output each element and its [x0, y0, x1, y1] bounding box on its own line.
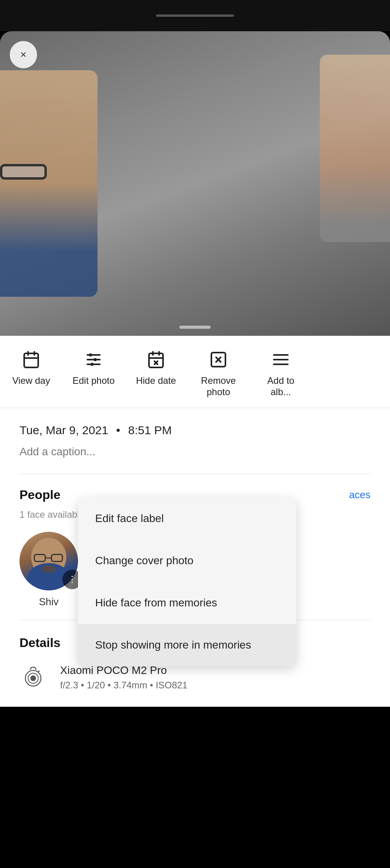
date-time: Tue, Mar 9, 2021 • 8:51 PM	[20, 424, 370, 437]
menu-item-change-cover[interactable]: Change cover photo	[78, 540, 296, 582]
menu-item-edit-face-label[interactable]: Edit face label	[78, 497, 296, 540]
action-hide-date[interactable]: Hide date	[125, 349, 187, 387]
svg-point-8	[94, 358, 97, 361]
details-row: Xiaomi POCO M2 Pro f/2.3 • 1/20 • 3.74mm…	[20, 664, 370, 691]
person-card-shiv[interactable]: ⋮ Shiv	[20, 532, 78, 608]
context-menu: Edit face label Change cover photo Hide …	[78, 497, 296, 666]
svg-point-9	[90, 363, 94, 366]
close-button[interactable]: ×	[10, 41, 37, 68]
calendar-icon	[21, 349, 41, 370]
glasses-element	[0, 164, 47, 180]
people-section: People aces 1 face available to	[0, 474, 390, 620]
svg-point-27	[41, 565, 57, 573]
status-bar	[0, 0, 390, 31]
details-text: Xiaomi POCO M2 Pro f/2.3 • 1/20 • 3.74mm…	[60, 664, 188, 691]
action-remove-photo-label: Removephoto	[201, 375, 236, 398]
manage-faces-link[interactable]: aces	[349, 489, 370, 501]
action-view-day[interactable]: View day	[0, 349, 62, 387]
sliders-icon	[83, 349, 104, 370]
dot-separator: •	[116, 424, 121, 437]
action-edit-photo[interactable]: Edit photo	[62, 349, 125, 387]
close-icon: ×	[20, 48, 27, 61]
photo-face-right	[320, 55, 390, 242]
caption-input[interactable]	[20, 446, 370, 458]
action-hide-date-label: Hide date	[136, 375, 176, 387]
calendar-x-icon	[146, 349, 166, 370]
camera-icon	[20, 664, 47, 691]
menu-lines-icon	[271, 349, 291, 370]
bottom-sheet: View day Edit photo	[0, 336, 390, 707]
drag-handle[interactable]	[179, 326, 211, 329]
people-title: People	[20, 488, 60, 502]
action-add-album[interactable]: Add toalb...	[250, 349, 312, 398]
image-off-icon	[208, 349, 229, 370]
people-row: ⋮ Shiv Edit face label Change cover phot…	[20, 532, 370, 608]
svg-rect-0	[24, 353, 38, 367]
action-view-day-label: View day	[12, 375, 50, 387]
menu-item-stop-showing[interactable]: Stop showing more in memories	[78, 624, 296, 666]
action-bar: View day Edit photo	[0, 336, 390, 408]
svg-rect-10	[149, 353, 163, 367]
menu-item-hide-face[interactable]: Hide face from memories	[78, 582, 296, 624]
svg-point-32	[31, 676, 35, 681]
status-indicator	[156, 14, 234, 17]
device-specs: f/2.3 • 1/20 • 3.74mm • ISO821	[60, 680, 188, 691]
action-remove-photo[interactable]: Removephoto	[187, 349, 250, 398]
date-text: Tue, Mar 9, 2021	[20, 424, 108, 437]
action-edit-photo-label: Edit photo	[73, 375, 115, 387]
action-add-album-label: Add toalb...	[267, 375, 294, 398]
time-text: 8:51 PM	[128, 424, 172, 437]
person-name-shiv: Shiv	[39, 596, 59, 608]
photo-face-left	[0, 70, 98, 297]
meta-section: Tue, Mar 9, 2021 • 8:51 PM	[0, 408, 390, 474]
photo-viewer: ×	[0, 31, 390, 336]
svg-point-7	[89, 353, 92, 356]
